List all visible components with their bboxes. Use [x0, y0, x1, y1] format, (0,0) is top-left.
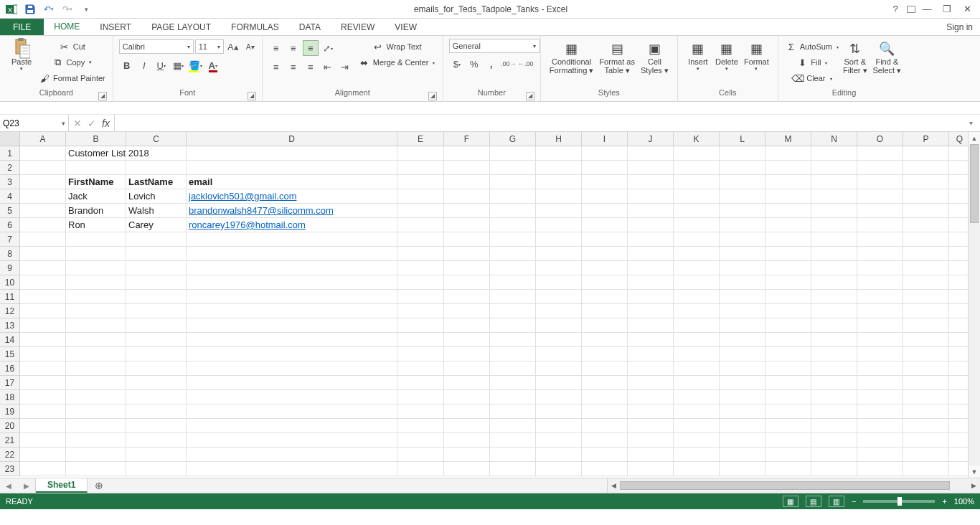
cell-H2[interactable] [536, 161, 582, 175]
cell-G22[interactable] [490, 448, 536, 462]
cell-M2[interactable] [765, 161, 811, 175]
cell-L4[interactable] [720, 189, 765, 204]
cell-F13[interactable] [444, 318, 490, 333]
font-size-combo[interactable]: 11▾ [195, 39, 224, 54]
cell-D13[interactable] [187, 318, 397, 333]
cell-L6[interactable] [720, 218, 765, 232]
vertical-scrollbar[interactable]: ▲ ▼ [968, 132, 980, 478]
row-header-8[interactable]: 8 [0, 247, 20, 261]
cell-I3[interactable] [582, 175, 628, 189]
font-launcher[interactable]: ◢ [248, 92, 256, 100]
cell-E6[interactable] [397, 218, 444, 232]
cell-F18[interactable] [444, 390, 490, 405]
cell-G2[interactable] [490, 161, 536, 175]
close-icon[interactable]: ✕ [958, 1, 976, 17]
column-header-J[interactable]: J [628, 132, 674, 146]
cell-O19[interactable] [857, 405, 903, 419]
cell-L18[interactable] [720, 390, 765, 405]
cell-E11[interactable] [397, 290, 444, 304]
cell-J1[interactable] [628, 146, 674, 161]
row-header-18[interactable]: 18 [0, 390, 20, 405]
cell-D16[interactable] [187, 361, 397, 376]
cell-E22[interactable] [397, 448, 444, 462]
cell-C9[interactable] [126, 261, 187, 275]
cell-M22[interactable] [765, 448, 811, 462]
cell-K14[interactable] [674, 333, 720, 347]
underline-button[interactable]: U▾ [154, 57, 169, 73]
cell-C21[interactable] [126, 433, 187, 448]
row-header-20[interactable]: 20 [0, 419, 20, 433]
column-header-P[interactable]: P [903, 132, 949, 146]
cell-F7[interactable] [444, 232, 490, 247]
cell-N17[interactable] [811, 376, 857, 390]
cell-N21[interactable] [811, 433, 857, 448]
cell-O11[interactable] [857, 290, 903, 304]
cell-A22[interactable] [20, 448, 66, 462]
cell-H10[interactable] [536, 275, 582, 290]
cell-H23[interactable] [536, 462, 582, 476]
insert-cells-button[interactable]: ▦Insert▾ [684, 39, 712, 73]
bold-button[interactable]: B [119, 57, 135, 73]
cell-E3[interactable] [397, 175, 444, 189]
tab-data[interactable]: DATA [289, 19, 331, 35]
cell-O8[interactable] [857, 247, 903, 261]
comma-format-icon[interactable]: , [484, 56, 499, 72]
cell-B18[interactable] [66, 390, 126, 405]
cell-I9[interactable] [582, 261, 628, 275]
cell-G14[interactable] [490, 333, 536, 347]
cell-F23[interactable] [444, 462, 490, 476]
cell-J21[interactable] [628, 433, 674, 448]
cell-B4[interactable]: Jack [66, 189, 126, 204]
cell-P7[interactable] [903, 232, 949, 247]
cell-H21[interactable] [536, 433, 582, 448]
cell-N16[interactable] [811, 361, 857, 376]
cell-J2[interactable] [628, 161, 674, 175]
cell-F16[interactable] [444, 361, 490, 376]
hscroll-thumb[interactable] [620, 481, 950, 490]
cell-G11[interactable] [490, 290, 536, 304]
cell-K19[interactable] [674, 405, 720, 419]
cell-C20[interactable] [126, 419, 187, 433]
cell-A15[interactable] [20, 347, 66, 361]
cell-B8[interactable] [66, 247, 126, 261]
cell-P17[interactable] [903, 376, 949, 390]
cell-O18[interactable] [857, 390, 903, 405]
cell-P10[interactable] [903, 275, 949, 290]
cell-D3[interactable]: email [187, 175, 397, 189]
cell-F9[interactable] [444, 261, 490, 275]
scroll-up-icon[interactable]: ▲ [969, 132, 980, 144]
cell-I2[interactable] [582, 161, 628, 175]
row-header-7[interactable]: 7 [0, 232, 20, 247]
cell-P16[interactable] [903, 361, 949, 376]
cell-I16[interactable] [582, 361, 628, 376]
cell-L8[interactable] [720, 247, 765, 261]
column-header-N[interactable]: N [811, 132, 857, 146]
cell-F3[interactable] [444, 175, 490, 189]
cell-C22[interactable] [126, 448, 187, 462]
cell-A21[interactable] [20, 433, 66, 448]
cell-G4[interactable] [490, 189, 536, 204]
cell-I6[interactable] [582, 218, 628, 232]
cell-D12[interactable] [187, 304, 397, 318]
cell-C16[interactable] [126, 361, 187, 376]
cell-F1[interactable] [444, 146, 490, 161]
cell-M11[interactable] [765, 290, 811, 304]
cell-L7[interactable] [720, 232, 765, 247]
cell-N14[interactable] [811, 333, 857, 347]
cell-I7[interactable] [582, 232, 628, 247]
row-header-1[interactable]: 1 [0, 146, 20, 161]
cell-I18[interactable] [582, 390, 628, 405]
cell-N19[interactable] [811, 405, 857, 419]
cell-G7[interactable] [490, 232, 536, 247]
cell-H5[interactable] [536, 204, 582, 218]
cell-I23[interactable] [582, 462, 628, 476]
cell-F14[interactable] [444, 333, 490, 347]
cell-D18[interactable] [187, 390, 397, 405]
format-painter-button[interactable]: 🖌Format Painter [37, 70, 107, 86]
cell-D19[interactable] [187, 405, 397, 419]
cell-O1[interactable] [857, 146, 903, 161]
cell-J9[interactable] [628, 261, 674, 275]
cell-J6[interactable] [628, 218, 674, 232]
cell-H1[interactable] [536, 146, 582, 161]
cell-J18[interactable] [628, 390, 674, 405]
